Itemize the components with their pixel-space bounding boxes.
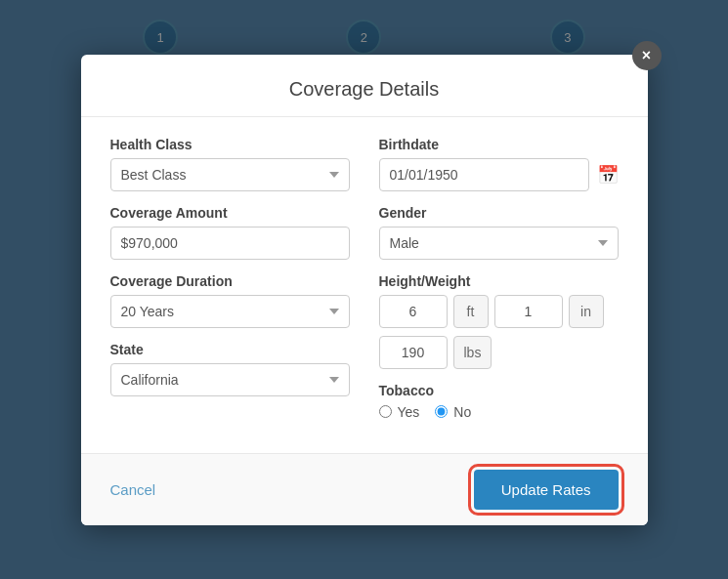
coverage-duration-label: Coverage Duration <box>110 273 350 289</box>
state-label: State <box>110 342 350 357</box>
cancel-button[interactable]: Cancel <box>110 481 156 498</box>
coverage-duration-select[interactable]: 20 Years <box>110 295 350 328</box>
height-weight-label: Height/Weight <box>379 273 619 289</box>
tobacco-yes-text: Yes <box>398 404 420 420</box>
birthdate-input-group: 📅 <box>379 158 619 191</box>
tobacco-no-text: No <box>453 404 471 420</box>
health-class-select[interactable]: Best Class <box>110 158 350 191</box>
tobacco-label: Tobacco <box>379 383 619 398</box>
calendar-icon[interactable]: 📅 <box>597 164 619 186</box>
inches-unit: in <box>569 295 604 328</box>
height-weight-group: Height/Weight ft in lbs <box>379 273 619 369</box>
tobacco-no-radio[interactable] <box>435 405 448 418</box>
update-rates-button[interactable]: Update Rates <box>474 470 619 510</box>
state-select[interactable]: California <box>110 363 350 396</box>
modal-body: Health Class Best Class Coverage Amount … <box>81 117 648 453</box>
tobacco-group: Tobacco Yes No <box>379 383 619 420</box>
tobacco-options: Yes No <box>379 404 619 420</box>
left-column: Health Class Best Class Coverage Amount … <box>110 137 350 434</box>
tobacco-yes-radio[interactable] <box>379 405 392 418</box>
height-row: ft in <box>379 295 619 328</box>
health-class-group: Health Class Best Class <box>110 137 350 191</box>
close-button[interactable]: × <box>632 41 662 70</box>
gender-label: Gender <box>379 205 619 221</box>
feet-input[interactable] <box>379 295 448 328</box>
health-class-label: Health Class <box>110 137 350 152</box>
coverage-amount-label: Coverage Amount <box>110 205 350 221</box>
modal-title: Coverage Details <box>81 55 648 117</box>
coverage-amount-input[interactable] <box>110 227 350 260</box>
inches-input[interactable] <box>494 295 563 328</box>
weight-row: lbs <box>379 336 619 369</box>
modal-footer: Cancel Update Rates <box>81 453 648 525</box>
weight-input[interactable] <box>379 336 448 369</box>
birthdate-group: Birthdate 📅 <box>379 137 619 191</box>
state-group: State California <box>110 342 350 396</box>
coverage-duration-group: Coverage Duration 20 Years <box>110 273 350 328</box>
birthdate-input[interactable] <box>379 158 589 191</box>
coverage-details-modal: × Coverage Details Health Class Best Cla… <box>81 55 648 525</box>
right-column: Birthdate 📅 Gender Male Height/Weight <box>379 137 619 434</box>
birthdate-label: Birthdate <box>379 137 619 152</box>
modal-overlay: × Coverage Details Health Class Best Cla… <box>0 0 728 579</box>
height-weight-inputs: ft in lbs <box>379 295 619 369</box>
coverage-amount-group: Coverage Amount <box>110 205 350 260</box>
weight-unit: lbs <box>453 336 492 369</box>
gender-select[interactable]: Male <box>379 227 619 260</box>
tobacco-no-label[interactable]: No <box>435 404 471 420</box>
tobacco-yes-label[interactable]: Yes <box>379 404 420 420</box>
gender-group: Gender Male <box>379 205 619 260</box>
feet-unit: ft <box>453 295 489 328</box>
